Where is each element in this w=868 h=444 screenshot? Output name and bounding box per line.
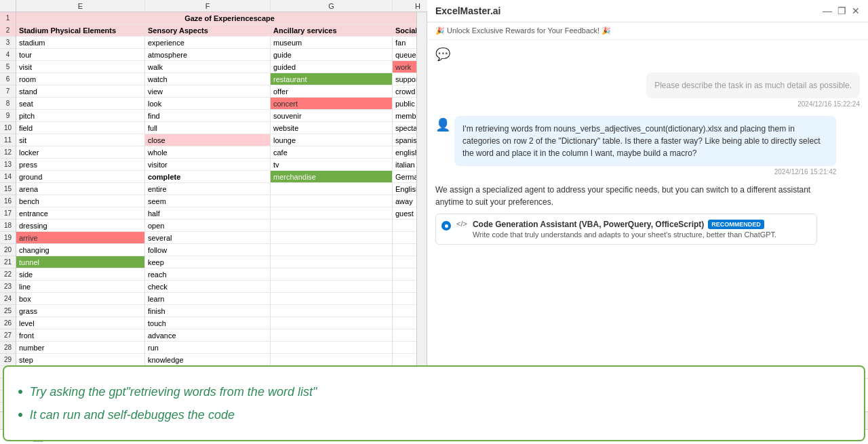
cell-r3-c0[interactable]: stadium (16, 37, 145, 48)
cell-r11-c1[interactable]: close (145, 134, 271, 146)
cell-r28-c2[interactable] (271, 342, 393, 353)
cell-r7-c1[interactable]: view (145, 85, 271, 97)
cell-r16-c3[interactable]: away (393, 195, 416, 207)
cell-r27-c2[interactable] (271, 329, 393, 341)
cell-r23-c3[interactable] (393, 281, 416, 292)
cell-r7-c3[interactable]: crowd (393, 85, 416, 97)
cell-r28-c0[interactable]: number (16, 342, 145, 353)
close-icon[interactable]: ✕ (852, 5, 860, 16)
cell-r5-c2[interactable]: guided (271, 61, 393, 73)
cell-r6-c0[interactable]: room (16, 73, 145, 85)
cell-r22-c0[interactable]: side (16, 268, 145, 280)
cell-r17-c0[interactable]: entrance (16, 207, 145, 219)
cell-r17-c3[interactable]: guest (393, 207, 416, 219)
cell-r24-c3[interactable] (393, 293, 416, 304)
cell-r15-c3[interactable]: English (393, 183, 416, 195)
cell-r23-c1[interactable]: check (145, 281, 271, 292)
cell-r28-c1[interactable]: run (145, 342, 271, 353)
cell-r10-c2[interactable]: website (271, 122, 393, 134)
cell-r14-c2[interactable]: merchandise (271, 171, 393, 182)
cell-r19-c3[interactable] (393, 232, 416, 243)
cell-r6-c2[interactable]: restaurant (271, 73, 393, 85)
cell-r11-c0[interactable]: sit (16, 134, 145, 146)
cell-r13-c2[interactable]: tv (271, 159, 393, 170)
cell-r4-c1[interactable]: atmosphere (145, 49, 271, 60)
cell-r18-c0[interactable]: dressing (16, 220, 145, 231)
cell-r20-c2[interactable] (271, 244, 393, 256)
cell-r21-c1[interactable]: keep (145, 256, 271, 268)
cell-r19-c1[interactable]: several (145, 232, 271, 243)
cell-r13-c1[interactable]: visitor (145, 159, 271, 170)
cell-r3-c1[interactable]: experience (145, 37, 271, 48)
cell-r17-c2[interactable] (271, 207, 393, 219)
cell-r12-c0[interactable]: locker (16, 146, 145, 158)
cell-r12-c2[interactable]: cafe (271, 146, 393, 158)
cell-r26-c2[interactable] (271, 317, 393, 329)
cell-r18-c1[interactable]: open (145, 220, 271, 231)
cell-r6-c3[interactable]: support (393, 73, 416, 85)
cell-r26-c1[interactable]: touch (145, 317, 271, 329)
cell-r5-c3[interactable]: work (393, 61, 416, 73)
cell-r7-c0[interactable]: stand (16, 85, 145, 97)
cell-r3-c2[interactable]: museum (271, 37, 393, 48)
cell-r25-c0[interactable]: grass (16, 305, 145, 317)
cell-r19-c0[interactable]: arrive (16, 232, 145, 243)
cell-r11-c2[interactable]: lounge (271, 134, 393, 146)
radio-button[interactable] (441, 221, 451, 230)
cell-r14-c1[interactable]: complete (145, 171, 271, 182)
cell-r21-c2[interactable] (271, 256, 393, 268)
cell-r27-c1[interactable]: advance (145, 329, 271, 341)
cell-r23-c0[interactable]: line (16, 281, 145, 292)
col-header-e[interactable]: E (16, 0, 145, 12)
cell-r8-c1[interactable]: look (145, 98, 271, 109)
cell-r8-c3[interactable]: public (393, 98, 416, 109)
cell-r27-c0[interactable]: front (16, 329, 145, 341)
cell-r21-c3[interactable] (393, 256, 416, 268)
cell-r5-c0[interactable]: visit (16, 61, 145, 73)
cell-r29-c2[interactable] (271, 354, 393, 365)
cell-r28-c3[interactable] (393, 342, 416, 353)
cell-r4-c3[interactable]: queue (393, 49, 416, 60)
cell-r8-c2[interactable]: concert (271, 98, 393, 109)
cell-r10-c3[interactable]: spectat (393, 122, 416, 134)
cell-r5-c1[interactable]: walk (145, 61, 271, 73)
col-header-g[interactable]: G (271, 0, 393, 12)
cell-r22-c2[interactable] (271, 268, 393, 280)
cell-r24-c1[interactable]: learn (145, 293, 271, 304)
cell-r29-c0[interactable]: step (16, 354, 145, 365)
cell-r18-c3[interactable] (393, 220, 416, 231)
cell-r14-c0[interactable]: ground (16, 171, 145, 182)
cell-r13-c0[interactable]: press (16, 159, 145, 170)
cell-r25-c1[interactable]: finish (145, 305, 271, 317)
cell-r21-c0[interactable]: tunnel (16, 256, 145, 268)
title-cell[interactable]: Gaze of Experiencescape (16, 12, 416, 24)
cell-r9-c0[interactable]: pitch (16, 110, 145, 121)
cell-r19-c2[interactable] (271, 232, 393, 243)
cell-r14-c3[interactable]: German (393, 171, 416, 182)
minimize-icon[interactable]: — (823, 5, 832, 16)
cell-r15-c1[interactable]: entire (145, 183, 271, 195)
cell-r8-c0[interactable]: seat (16, 98, 145, 109)
cell-r25-c2[interactable] (271, 305, 393, 317)
cell-r20-c3[interactable] (393, 244, 416, 256)
cell-r11-c3[interactable]: spanish (393, 134, 416, 146)
cell-r24-c2[interactable] (271, 293, 393, 304)
cell-r17-c1[interactable]: half (145, 207, 271, 219)
cell-r9-c3[interactable]: membe (393, 110, 416, 121)
cell-r13-c3[interactable]: italian (393, 159, 416, 170)
cell-r9-c2[interactable]: souvenir (271, 110, 393, 121)
cell-r3-c3[interactable]: fan (393, 37, 416, 48)
cell-r29-c3[interactable] (393, 354, 416, 365)
cell-r4-c2[interactable]: guide (271, 49, 393, 60)
cell-r20-c0[interactable]: changing (16, 244, 145, 256)
cell-r20-c1[interactable]: follow (145, 244, 271, 256)
cell-r23-c2[interactable] (271, 281, 393, 292)
col-header-f[interactable]: F (145, 0, 271, 12)
cell-r9-c1[interactable]: find (145, 110, 271, 121)
cell-r4-c0[interactable]: tour (16, 49, 145, 60)
restore-icon[interactable]: ❐ (837, 5, 846, 16)
cell-r29-c1[interactable]: knowledge (145, 354, 271, 365)
scroll-indicator[interactable] (416, 12, 427, 411)
cell-r12-c3[interactable]: english (393, 146, 416, 158)
cell-r16-c0[interactable]: bench (16, 195, 145, 207)
